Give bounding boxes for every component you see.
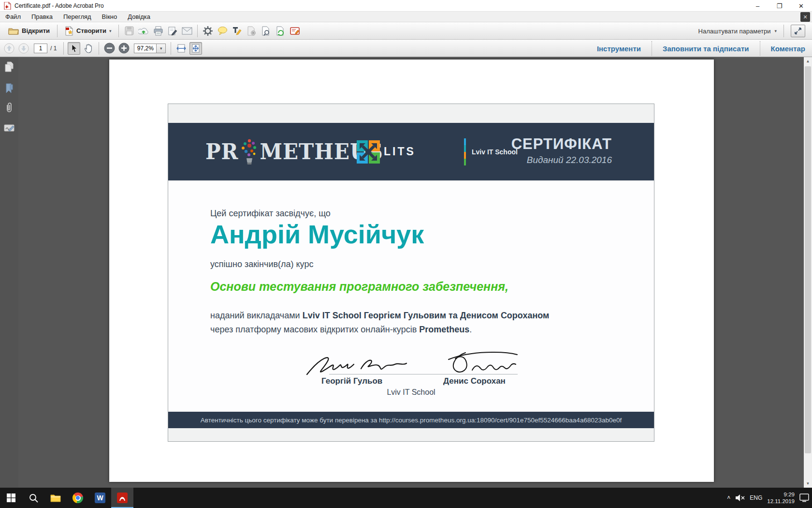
search-document-button[interactable]: [260, 25, 272, 37]
fit-page-icon: [191, 44, 201, 53]
separator: [783, 25, 784, 37]
zoom-in-button[interactable]: [117, 42, 130, 55]
vertical-scrollbar[interactable]: ▲ ▼: [804, 57, 812, 488]
email-button[interactable]: [181, 25, 193, 37]
brand-text-pr: PR: [205, 139, 239, 164]
signature-line: [329, 374, 518, 374]
screen: Certificate.pdf - Adobe Acrobat Pro – ❐ …: [0, 0, 812, 508]
navigation-toolbar: / 1 ▾ Інструменти Заповнити та підписати: [0, 40, 812, 57]
close-button[interactable]: ✕: [790, 0, 812, 12]
tools-panel-button[interactable]: Інструменти: [586, 45, 652, 53]
cloud-upload-icon: [138, 26, 149, 35]
create-pdf-icon: [65, 26, 73, 36]
sign-pen-icon: [168, 26, 177, 36]
paperclip-icon: [5, 102, 14, 113]
fill-sign-panel-button[interactable]: Заповнити та підписати: [652, 45, 760, 53]
menu-help[interactable]: Довідка: [122, 12, 156, 22]
scroll-up-icon[interactable]: ▲: [804, 57, 812, 65]
customize-area: Налаштувати параметри ▾: [698, 22, 805, 40]
pages-icon: [4, 61, 14, 72]
separator: [171, 42, 171, 55]
customize-label[interactable]: Налаштувати параметри: [698, 28, 771, 35]
certificate-header: PR METHEUS LITS: [168, 123, 654, 180]
providers-prefix: наданий викладачами: [210, 311, 303, 320]
pdf-page: PR METHEUS LITS: [109, 60, 714, 482]
start-button[interactable]: [0, 488, 22, 508]
export-document-button[interactable]: [274, 25, 287, 37]
file-explorer-button[interactable]: [44, 488, 67, 508]
chrome-icon: [72, 493, 83, 503]
volume-muted-icon[interactable]: [735, 494, 745, 502]
signer1-name: Георгій Гульов: [321, 376, 382, 386]
menubar-close-icon[interactable]: ✕: [800, 12, 810, 22]
scroll-down-icon[interactable]: ▼: [804, 479, 812, 488]
open-folder-icon: [8, 27, 19, 35]
comment-button[interactable]: [216, 25, 229, 37]
attachments-button[interactable]: [3, 102, 15, 113]
tray-chevron-up-icon[interactable]: ˄: [727, 494, 730, 501]
annotations-button[interactable]: [289, 25, 301, 37]
separator: [99, 42, 99, 55]
action-center-icon[interactable]: [799, 493, 809, 502]
platform-prefix: через платформу масових відкритих онлайн…: [210, 325, 419, 334]
menu-view[interactable]: Перегляд: [58, 12, 97, 22]
expand-arrows-icon: [794, 27, 802, 35]
zoom-level-input[interactable]: [134, 44, 156, 53]
taskbar: W ˄ ENG 9:29 12.11.2019: [0, 488, 812, 508]
chrome-button[interactable]: [67, 488, 89, 508]
separator: [118, 25, 119, 37]
zoom-dropdown-button[interactable]: ▾: [156, 44, 166, 53]
envelope-icon: [182, 27, 192, 35]
language-indicator[interactable]: ENG: [750, 494, 762, 501]
recipient-name: Андрій Мусійчук: [210, 219, 424, 249]
hand-tool-button[interactable]: [82, 42, 95, 55]
print-button[interactable]: [152, 25, 164, 37]
save-button[interactable]: [123, 25, 135, 37]
taskbar-clock[interactable]: 9:29 12.11.2019: [767, 491, 795, 505]
course-title: Основи тестування програмного забезпечен…: [210, 280, 508, 294]
scrollbar-thumb[interactable]: [805, 66, 811, 453]
printer-icon: [153, 26, 163, 36]
page-thumbnails-button[interactable]: [3, 61, 15, 73]
share-upload-button[interactable]: [137, 25, 150, 37]
create-button[interactable]: Створити ▾: [60, 24, 116, 38]
acrobat-button[interactable]: [111, 488, 133, 508]
chevron-down-icon[interactable]: ▾: [774, 29, 777, 33]
document-export-icon: [276, 26, 285, 36]
menu-edit[interactable]: Правка: [26, 12, 58, 22]
maximize-button[interactable]: ❐: [768, 0, 790, 12]
organization-name: Lviv IT School: [168, 388, 654, 397]
preferences-button[interactable]: [202, 25, 214, 37]
sign-document-button[interactable]: [166, 25, 179, 37]
providers-names: Lviv IT School Георгієм Гульовим та Дени…: [303, 311, 550, 320]
select-tool-button[interactable]: [68, 42, 80, 55]
document-area: PR METHEUS LITS: [0, 57, 812, 488]
annotation-pad-icon: [290, 26, 300, 36]
word-button[interactable]: W: [89, 488, 111, 508]
lits-logo-icon: [357, 140, 380, 164]
word-icon: W: [95, 493, 105, 503]
bookmark-icon: [5, 83, 14, 93]
fullscreen-button[interactable]: [791, 25, 805, 37]
taskbar-search-button[interactable]: [22, 488, 44, 508]
platform-name: Prometheus: [419, 325, 469, 334]
menu-file[interactable]: Файл: [0, 12, 26, 22]
lits-divider: [464, 138, 466, 165]
highlight-pen-icon: [232, 26, 242, 36]
fit-width-button[interactable]: [175, 42, 188, 55]
next-page-button[interactable]: [17, 42, 30, 55]
comment-panel-button[interactable]: Коментар: [760, 45, 805, 53]
arrow-down-circle-icon: [18, 43, 29, 54]
highlight-text-button[interactable]: [231, 25, 243, 37]
open-button[interactable]: Відкрити: [4, 25, 54, 37]
page-number-input[interactable]: [34, 44, 47, 53]
zoom-out-button[interactable]: [103, 42, 116, 55]
acrobat-icon: [117, 493, 128, 503]
bookmarks-button[interactable]: [3, 82, 15, 94]
remove-page-button[interactable]: [245, 25, 258, 37]
fit-page-button[interactable]: [189, 42, 202, 55]
minimize-button[interactable]: –: [747, 0, 768, 12]
previous-page-button[interactable]: [3, 42, 15, 55]
signatures-button[interactable]: [3, 122, 15, 134]
menu-window[interactable]: Вікно: [97, 12, 123, 22]
